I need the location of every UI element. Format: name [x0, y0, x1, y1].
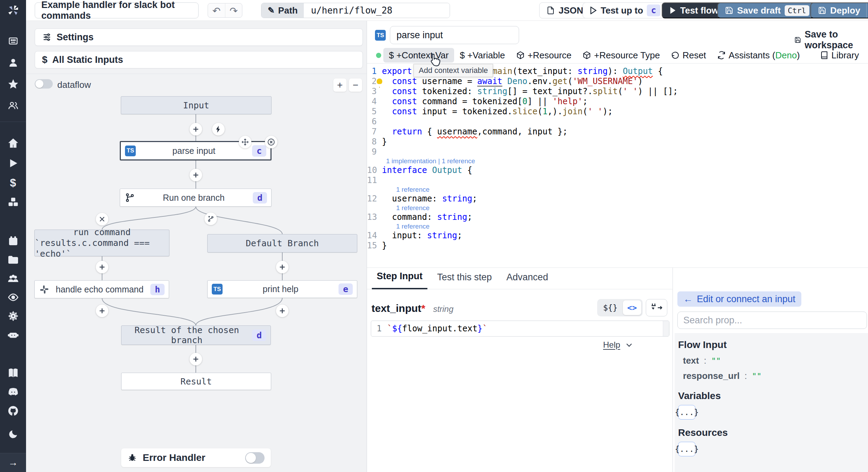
tab-advanced[interactable]: Advanced	[502, 272, 553, 289]
insert-step-button[interactable]	[190, 123, 202, 135]
flow-title-input[interactable]: Example handler for slack bot commands	[35, 2, 199, 18]
file-json-icon	[546, 6, 555, 15]
move-step-button[interactable]	[239, 136, 251, 148]
path-field[interactable]: ✎ Path u/henri/flow_28	[261, 3, 450, 18]
home-icon[interactable]	[0, 135, 26, 151]
bug-icon	[127, 453, 137, 463]
plus-icon	[99, 307, 106, 314]
error-handler-toggle[interactable]	[245, 452, 265, 464]
suspend-approval-icon[interactable]	[718, 28, 728, 39]
git-branch-icon	[125, 193, 135, 202]
scrollbar[interactable]	[663, 321, 669, 336]
static-mode-button[interactable]: ${}	[599, 300, 622, 315]
runs-icon[interactable]	[0, 156, 26, 171]
groups-icon[interactable]	[0, 271, 26, 286]
remove-branch-button[interactable]	[96, 213, 108, 225]
expr-code: `${flow_input.text}`	[387, 324, 487, 333]
editor-toolbar: $ +Context Var $ +Variable +Resource +Re…	[367, 47, 868, 63]
audit-logs-icon[interactable]	[0, 290, 26, 305]
apps-icon[interactable]	[0, 33, 26, 49]
redo-button[interactable]: ↷	[225, 3, 242, 18]
insert-step-button[interactable]	[190, 169, 202, 181]
insert-step-button[interactable]	[276, 261, 289, 273]
resources-icon[interactable]	[0, 194, 26, 210]
add-context-var-button[interactable]: $ +Context Var	[383, 48, 454, 63]
assistants-button[interactable]: Assistants (Deno)	[712, 48, 806, 63]
insert-step-button[interactable]	[96, 261, 108, 273]
tab-step-input[interactable]: Step Input	[372, 271, 427, 289]
schedules-icon[interactable]	[0, 233, 26, 249]
mock-icon[interactable]	[700, 28, 710, 39]
cache-icon[interactable]	[682, 28, 692, 39]
prop-text[interactable]: text:""	[683, 355, 868, 366]
flow-node-branch[interactable]: Run one branch d	[120, 189, 272, 207]
settings-gear-icon[interactable]	[0, 308, 26, 324]
flow-node-run-command-branch[interactable]: run command `results.c.command === 'echo…	[34, 230, 169, 256]
arg-label: text_input* string	[372, 303, 453, 314]
edit-or-connect-button[interactable]: ← Edit or connect an input	[677, 291, 801, 307]
flow-node-input[interactable]: Input	[121, 96, 272, 114]
flow-node-default-branch[interactable]: Default Branch	[207, 234, 357, 252]
user-icon[interactable]	[0, 55, 26, 70]
docs-icon[interactable]	[0, 365, 26, 381]
help-link[interactable]: Help	[603, 340, 620, 350]
required-asterisk: *	[421, 303, 425, 314]
lightning-icon	[215, 126, 222, 133]
test-flow-button[interactable]: Test flow	[662, 2, 726, 18]
add-resource-button[interactable]: +Resource	[511, 48, 577, 63]
step-config-panel: Step Input Test this step Advanced text_…	[367, 267, 673, 472]
step-name-input[interactable]: parse input	[390, 26, 519, 44]
book-icon	[820, 51, 828, 59]
undo-icon	[671, 51, 679, 59]
js-mode-button[interactable]: <>	[623, 300, 642, 315]
search-prop-input[interactable]: Search prop...	[677, 312, 867, 329]
workers-icon[interactable]	[0, 327, 26, 342]
code-editor[interactable]: 1export async function main(text_input: …	[367, 66, 868, 267]
error-handler-row: Error Handler	[121, 448, 271, 467]
variables-title: Variables	[678, 390, 868, 401]
variables-icon[interactable]: $	[0, 175, 26, 190]
resources-object-chip[interactable]: {...}	[678, 442, 695, 456]
typescript-icon: TS	[125, 146, 136, 156]
discord-icon[interactable]	[0, 384, 26, 400]
voicemail-icon[interactable]	[755, 28, 767, 39]
library-button[interactable]: Library	[815, 48, 865, 63]
insert-step-button[interactable]	[276, 305, 289, 317]
flow-node-print-help[interactable]: TS print help e	[207, 280, 357, 298]
add-branch-button[interactable]	[205, 213, 217, 225]
windmill-logo[interactable]	[6, 3, 20, 19]
expand-sidebar-button[interactable]: →	[0, 453, 26, 472]
github-icon[interactable]	[0, 403, 26, 419]
flow-node-branch-result[interactable]: Result of the chosen branch d	[121, 325, 271, 345]
users-icon[interactable]	[0, 98, 26, 113]
undo-button[interactable]: ↶	[208, 3, 225, 18]
sleep-icon[interactable]	[736, 28, 747, 39]
add-variable-button[interactable]: $ +Variable	[454, 48, 510, 63]
delete-step-button[interactable]	[265, 136, 277, 148]
star-icon[interactable]	[0, 76, 26, 92]
insert-step-button[interactable]	[96, 305, 108, 317]
connect-input-button[interactable]	[646, 299, 667, 316]
variables-object-chip[interactable]: {...}	[678, 405, 695, 420]
windmill-flow-editor: $ → Example handler for slack bot comman…	[0, 0, 868, 472]
undo-redo-group: ↶ ↷	[208, 3, 242, 18]
flow-node-handle-echo[interactable]: handle echo command h	[34, 280, 169, 298]
step-tabs: Step Input Test this step Advanced	[367, 268, 673, 289]
chevron-down-icon[interactable]	[625, 341, 633, 349]
expression-editor[interactable]: 1 `${flow_input.text}`	[371, 321, 669, 337]
insert-step-button[interactable]	[190, 353, 202, 365]
folders-icon[interactable]	[0, 252, 26, 267]
test-up-to-button[interactable]: Test up to c	[583, 2, 668, 18]
reset-button[interactable]: Reset	[666, 48, 712, 63]
deploy-button[interactable]: Deploy	[810, 2, 868, 18]
early-stop-icon[interactable]	[663, 28, 674, 39]
add-resource-type-button[interactable]: +Resource Type	[577, 48, 666, 63]
tab-test-this-step[interactable]: Test this step	[432, 272, 497, 289]
divider	[866, 3, 867, 18]
prop-response-url[interactable]: response_url:""	[683, 371, 868, 381]
dark-mode-icon[interactable]	[0, 427, 26, 442]
trigger-button[interactable]	[212, 123, 225, 135]
retries-icon[interactable]	[645, 28, 655, 39]
flow-node-result[interactable]: Result	[121, 373, 271, 390]
path-value[interactable]: u/henri/flow_28	[304, 3, 450, 18]
